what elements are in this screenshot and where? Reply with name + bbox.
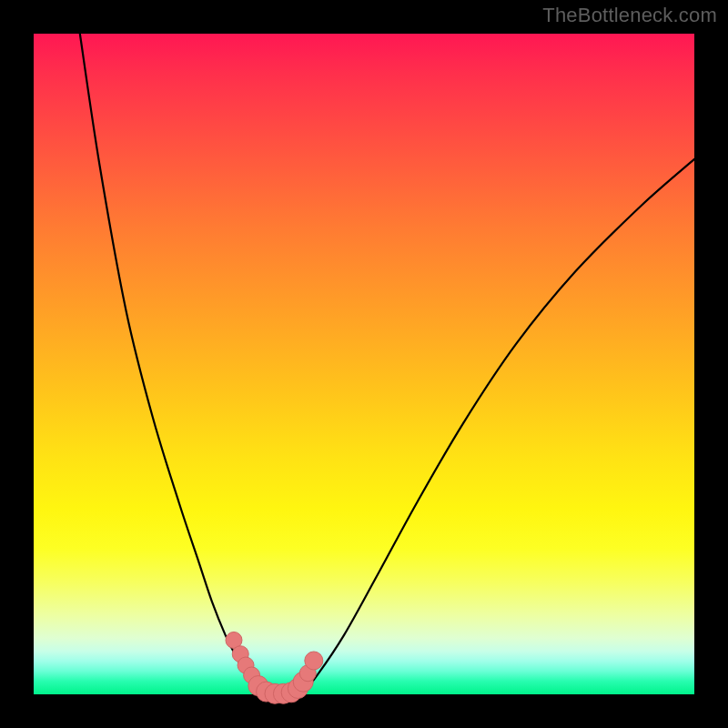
- marker-layer: [226, 632, 323, 703]
- chart-svg: [34, 34, 694, 694]
- outer-frame: TheBottleneck.com: [0, 0, 728, 728]
- bottleneck-curve: [80, 34, 694, 696]
- plot-area: [34, 34, 694, 694]
- curve-layer: [80, 34, 694, 696]
- watermark-text: TheBottleneck.com: [542, 4, 717, 27]
- data-marker: [305, 652, 323, 670]
